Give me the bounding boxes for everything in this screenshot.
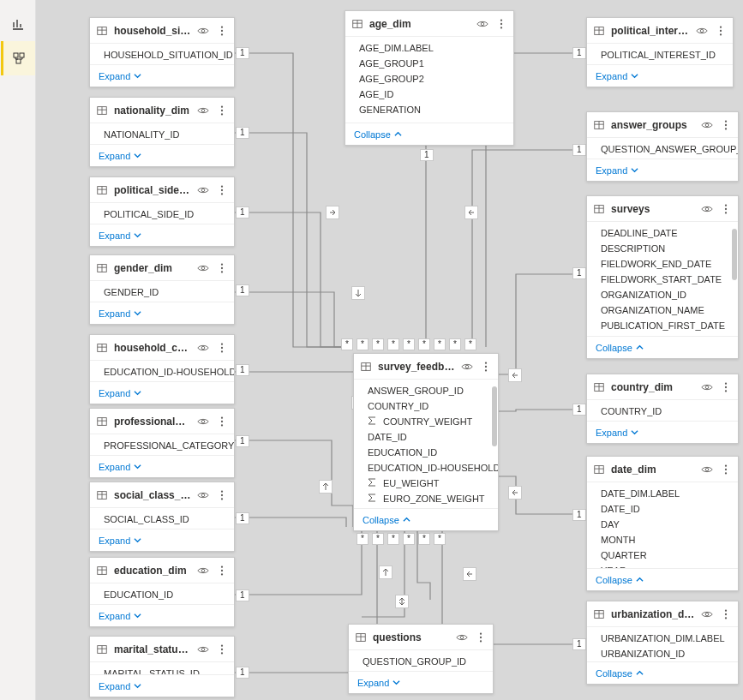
expand-collapse-button[interactable]: Expand xyxy=(587,159,738,181)
expand-collapse-button[interactable]: Expand xyxy=(90,302,234,324)
visibility-icon[interactable] xyxy=(196,565,210,577)
visibility-icon[interactable] xyxy=(700,608,714,620)
table-country_dim[interactable]: country_dimCOUNTRY_IDExpand xyxy=(586,374,739,444)
visibility-icon[interactable] xyxy=(196,105,210,117)
field-row[interactable]: EURO_ZONE_WEIGHT xyxy=(354,491,498,506)
card-header[interactable]: political_interest_dim xyxy=(587,18,733,44)
table-political_interest_dim[interactable]: political_interest_dimPOLITICAL_INTEREST… xyxy=(586,17,734,87)
field-row[interactable]: QUESTION_ANSWER_GROUP_ID xyxy=(587,141,738,157)
table-marital_status_dim[interactable]: marital_status_dimMARITAL_STATUS_IDExpan… xyxy=(89,636,235,697)
field-row[interactable]: URBANIZATION_ID xyxy=(587,646,738,661)
table-social_class_dim[interactable]: social_class_dimSOCIAL_CLASS_IDExpand xyxy=(89,482,235,552)
card-header[interactable]: date_dim xyxy=(587,457,738,482)
table-household_compositi[interactable]: household_compositi...EDUCATION_ID-HOUSE… xyxy=(89,334,235,404)
field-row[interactable]: DATE_ID xyxy=(354,429,498,445)
field-row[interactable]: EDUCATION_ID-HOUSEHOLD_C... xyxy=(90,364,234,380)
model-view-button[interactable] xyxy=(1,41,35,75)
field-row[interactable]: COUNTRY_ID xyxy=(354,398,498,414)
more-options-icon[interactable] xyxy=(215,262,229,274)
visibility-icon[interactable] xyxy=(695,25,709,37)
card-header[interactable]: social_class_dim xyxy=(90,482,234,508)
more-options-icon[interactable] xyxy=(719,608,733,620)
scrollbar-thumb[interactable] xyxy=(492,386,497,446)
expand-collapse-button[interactable]: Expand xyxy=(90,529,234,551)
more-options-icon[interactable] xyxy=(479,361,493,373)
expand-collapse-button[interactable]: Collapse xyxy=(587,568,738,590)
field-row[interactable]: NATIONALITY_ID xyxy=(90,127,234,142)
field-row[interactable]: DATE_ID xyxy=(587,501,738,517)
report-view-button[interactable] xyxy=(1,7,35,41)
field-row[interactable]: GENDER_ID xyxy=(90,284,234,300)
table-education_dim[interactable]: education_dimEDUCATION_IDExpand xyxy=(89,557,235,627)
expand-collapse-button[interactable]: Expand xyxy=(90,64,234,87)
field-row[interactable]: PROFESSIONAL_CATEGORY_ID xyxy=(90,438,234,453)
field-row[interactable]: AGE_ID xyxy=(345,87,513,102)
field-row[interactable]: AGE_GROUP2 xyxy=(345,71,513,87)
visibility-icon[interactable] xyxy=(700,464,714,476)
field-row[interactable]: COUNTRY_WEIGHT xyxy=(354,414,498,429)
more-options-icon[interactable] xyxy=(714,25,728,37)
visibility-icon[interactable] xyxy=(196,25,210,37)
field-row[interactable]: MARITAL_STATUS_ID xyxy=(90,666,234,674)
field-row[interactable]: SOCIAL_CLASS_ID xyxy=(90,512,234,527)
field-row[interactable]: AGE_DIM.LABEL xyxy=(345,40,513,56)
expand-collapse-button[interactable]: Expand xyxy=(90,455,234,477)
table-answer_groups[interactable]: answer_groupsQUESTION_ANSWER_GROUP_IDExp… xyxy=(586,111,739,182)
field-row[interactable]: DAY xyxy=(587,517,738,532)
expand-collapse-button[interactable]: Collapse xyxy=(587,661,738,684)
table-nationality_dim[interactable]: nationality_dimNATIONALITY_IDExpand xyxy=(89,97,235,167)
table-household_situation[interactable]: household_situation_...HOUSEHOLD_SITUATI… xyxy=(89,17,235,87)
card-header[interactable]: household_situation_... xyxy=(90,18,234,44)
visibility-icon[interactable] xyxy=(196,416,210,428)
visibility-icon[interactable] xyxy=(700,119,714,131)
more-options-icon[interactable] xyxy=(215,565,229,577)
expand-collapse-button[interactable]: Expand xyxy=(587,64,733,87)
card-header[interactable]: professional_categor... xyxy=(90,409,234,434)
card-header[interactable]: urbanization_dim xyxy=(587,601,738,627)
more-options-icon[interactable] xyxy=(215,643,229,655)
field-row[interactable]: COUNTRY_ID xyxy=(587,404,738,419)
field-row[interactable]: EDUCATION_ID xyxy=(354,445,498,460)
expand-collapse-button[interactable]: Expand xyxy=(90,674,234,697)
table-questions[interactable]: questionsQUESTION_GROUP_IDExpand xyxy=(348,624,494,694)
more-options-icon[interactable] xyxy=(719,119,733,131)
table-gender_dim[interactable]: gender_dimGENDER_IDExpand xyxy=(89,254,235,325)
expand-collapse-button[interactable]: Expand xyxy=(90,224,234,246)
more-options-icon[interactable] xyxy=(719,381,733,393)
field-row[interactable]: EDUCATION_ID xyxy=(90,587,234,602)
card-header[interactable]: answer_groups xyxy=(587,112,738,138)
table-surveys[interactable]: surveysDEADLINE_DATEDESCRIPTIONFIELDWORK… xyxy=(586,195,739,359)
card-header[interactable]: questions xyxy=(349,625,493,650)
field-row[interactable]: AGE_GROUP1 xyxy=(345,56,513,71)
visibility-icon[interactable] xyxy=(196,342,210,354)
more-options-icon[interactable] xyxy=(215,489,229,501)
expand-collapse-button[interactable]: Expand xyxy=(90,604,234,626)
more-options-icon[interactable] xyxy=(215,184,229,196)
field-row[interactable]: FIELDWORK_START_DATE xyxy=(587,272,738,287)
card-header[interactable]: education_dim xyxy=(90,558,234,583)
visibility-icon[interactable] xyxy=(460,361,474,373)
expand-collapse-button[interactable]: Expand xyxy=(587,421,738,443)
field-row[interactable]: POLITICAL_SIDE_ID xyxy=(90,206,234,222)
more-options-icon[interactable] xyxy=(494,18,508,30)
visibility-icon[interactable] xyxy=(455,631,469,643)
visibility-icon[interactable] xyxy=(196,262,210,274)
field-row[interactable]: ANSWER_GROUP_ID xyxy=(354,383,498,398)
field-row[interactable]: ORGANIZATION_ID xyxy=(587,287,738,302)
field-row[interactable]: ORGANIZATION_NAME xyxy=(587,302,738,318)
field-row[interactable]: DATE_DIM.LABEL xyxy=(587,486,738,501)
visibility-icon[interactable] xyxy=(196,643,210,655)
expand-collapse-button[interactable]: Collapse xyxy=(354,508,498,530)
card-header[interactable]: age_dim xyxy=(345,11,513,37)
table-urbanization_dim[interactable]: urbanization_dimURBANIZATION_DIM.LABELUR… xyxy=(586,601,739,685)
table-date_dim[interactable]: date_dimDATE_DIM.LABELDATE_IDDAYMONTHQUA… xyxy=(586,456,739,591)
field-row[interactable]: QUESTION_GROUP_ID xyxy=(349,654,493,669)
card-header[interactable]: nationality_dim xyxy=(90,98,234,123)
card-header[interactable]: survey_feedback xyxy=(354,354,498,380)
table-survey_feedback[interactable]: survey_feedbackANSWER_GROUP_IDCOUNTRY_ID… xyxy=(353,353,499,531)
expand-collapse-button[interactable]: Collapse xyxy=(345,123,513,145)
expand-collapse-button[interactable]: Expand xyxy=(349,671,493,693)
card-header[interactable]: household_compositi... xyxy=(90,335,234,361)
more-options-icon[interactable] xyxy=(215,105,229,117)
field-row[interactable]: QUARTER xyxy=(587,547,738,563)
